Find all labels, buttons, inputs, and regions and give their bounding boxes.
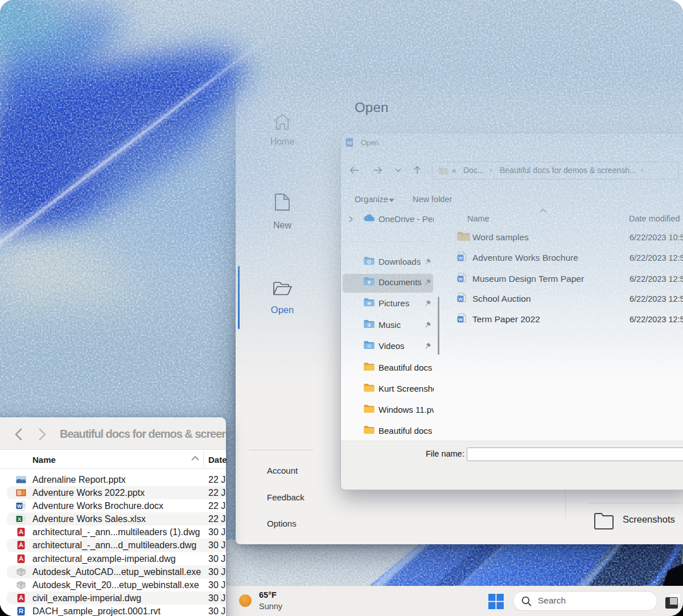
- svg-text:W: W: [458, 256, 463, 261]
- svg-text:W: W: [458, 277, 463, 282]
- svg-text:X: X: [18, 516, 21, 522]
- svg-text:W: W: [458, 297, 463, 302]
- svg-text:W: W: [458, 317, 463, 322]
- svg-text:W: W: [17, 503, 22, 508]
